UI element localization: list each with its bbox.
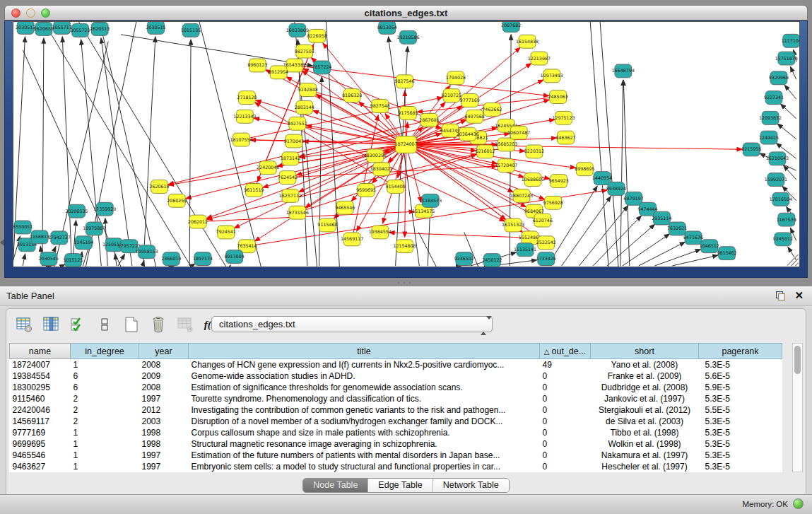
graph-node[interactable]: 18807243 (510, 189, 533, 202)
graph-node[interactable]: 9246502 (454, 252, 474, 266)
graph-node[interactable]: 17016504 (770, 192, 792, 206)
graph-node[interactable]: 9699695 (356, 184, 376, 197)
table-row[interactable]: 969969511998Structural magnetic resonanc… (10, 438, 782, 450)
graph-node[interactable]: 9175685 (398, 106, 418, 119)
graph-node[interactable]: 12213343 (233, 110, 256, 123)
table-row[interactable]: 1938455462009Genome-wide association stu… (10, 370, 782, 382)
graph-node[interactable]: 2620513 (90, 22, 110, 35)
graph-node[interactable]: 8938924 (606, 182, 626, 196)
graph-node[interactable]: 15751874 (775, 52, 798, 65)
graph-node[interactable]: 1873142 (281, 152, 300, 165)
graph-node[interactable]: 9463627 (555, 131, 575, 144)
graph-node[interactable]: 2087682 (501, 22, 521, 32)
graph-node[interactable]: 8471676 (683, 231, 703, 245)
float-window-icon[interactable] (776, 291, 785, 300)
graph-node[interactable]: 12154808 (393, 240, 416, 253)
graph-node[interactable]: 15685203 (495, 138, 517, 151)
graph-node[interactable]: 9245012 (773, 233, 793, 246)
close-icon[interactable]: ✕ (794, 289, 804, 302)
table-settings-icon[interactable] (15, 315, 33, 334)
graph-node[interactable]: 9827546 (394, 75, 414, 88)
graph-node[interactable]: 1145194 (73, 236, 93, 250)
graph-node[interactable]: 15135141 (514, 243, 536, 257)
graph-node[interactable]: 8813054 (377, 22, 397, 34)
row-height-icon[interactable] (95, 315, 114, 334)
graph-node[interactable]: 10607487 (507, 126, 530, 139)
table-selector-dropdown[interactable]: citations_edges.txt (211, 316, 493, 332)
table-scrollbar[interactable] (792, 343, 803, 472)
graph-node[interactable]: 9827548 (370, 100, 390, 113)
scrollbar-thumb[interactable] (794, 346, 801, 374)
column-header-title[interactable]: title (189, 344, 540, 359)
network-canvas[interactable]: 1872400782260589827503165433828960123891… (13, 21, 800, 267)
graph-node[interactable]: 9777169 (460, 94, 480, 107)
delete-table-icon[interactable] (149, 315, 167, 334)
graph-node[interactable]: 2803144 (295, 101, 314, 115)
graph-node[interactable]: 8215958 (741, 143, 761, 156)
column-header-pagerank[interactable]: pagerank (699, 344, 782, 359)
graph-node[interactable]: 16257112 (279, 189, 302, 202)
graph-node[interactable]: 19384554 (369, 226, 392, 239)
graph-node[interactable]: 6216012 (475, 145, 495, 158)
graph-node[interactable]: 2867608 (419, 113, 439, 127)
window-titlebar[interactable]: citations_edges.txt (4, 5, 808, 21)
graph-node[interactable]: 19218586 (396, 30, 419, 44)
graph-node[interactable]: 1733426 (536, 252, 556, 266)
graph-node[interactable]: 9611519 (244, 184, 264, 197)
graph-node[interactable]: 12213987 (528, 52, 551, 65)
graph-node[interactable]: 2450122 (482, 254, 502, 267)
graph-node[interactable]: 1897174 (193, 252, 213, 266)
graph-node[interactable]: 7632621 (667, 222, 687, 235)
graph-node[interactable]: 9756928 (543, 196, 563, 209)
citation-network-graph[interactable]: 1872400782260589827503165433828960123891… (13, 22, 799, 267)
graph-node[interactable]: 12975123 (552, 111, 575, 124)
graph-node[interactable]: 9827503 (295, 45, 314, 58)
graph-node[interactable]: 8186328 (342, 89, 362, 103)
graph-node[interactable]: 1794028 (446, 71, 466, 85)
graph-node[interactable]: 8917004 (225, 250, 245, 264)
graph-node[interactable]: 17942737 (48, 231, 71, 245)
table-row[interactable]: 1872400712008Changes of HCN gene express… (10, 359, 782, 370)
graph-node[interactable]: 16210643 (766, 152, 789, 165)
graph-node[interactable]: 1244415 (759, 131, 779, 144)
graph-node[interactable]: 18731546 (286, 206, 309, 219)
graph-node[interactable]: 8550051 (13, 221, 33, 234)
graph-node[interactable]: 6497568 (465, 110, 485, 123)
table-row[interactable]: 911546021997Tourette syndrome. Phenomeno… (10, 393, 782, 404)
column-header-out_de[interactable]: △out_de... (540, 344, 591, 359)
graph-node[interactable]: 9115460 (317, 218, 337, 232)
collapsed-sidebar-arrow[interactable] (0, 239, 4, 246)
graph-node[interactable]: 9227341 (764, 91, 784, 105)
graph-node[interactable]: 15184573 (419, 194, 442, 207)
graph-node[interactable]: 2935114 (652, 211, 671, 225)
table-row[interactable]: 1456911722003Disruption of a novel membe… (10, 416, 782, 427)
graph-node[interactable]: 7857224 (312, 61, 331, 74)
graph-node[interactable]: 9210723 (442, 89, 461, 103)
graph-node[interactable]: 7624542 (278, 171, 298, 185)
graph-node[interactable]: 18304021 (370, 163, 393, 176)
graph-node[interactable]: 3055723 (70, 23, 90, 37)
graph-node[interactable]: 16151323 (502, 218, 524, 232)
graph-node[interactable]: 7485063 (548, 90, 568, 104)
graph-node[interactable]: 16154838 (516, 35, 539, 48)
graph-node[interactable]: 16648794 (612, 64, 635, 78)
graph-node[interactable]: 1167531 (777, 213, 796, 226)
graph-node[interactable]: 2030545 (39, 252, 59, 266)
graph-node[interactable]: 1117104 (782, 34, 799, 47)
graph-node[interactable]: 8998695 (575, 163, 594, 176)
column-header-year[interactable]: year (139, 344, 189, 359)
graph-node[interactable]: 7924541 (216, 226, 236, 239)
graph-node[interactable]: 9465546 (335, 201, 355, 214)
graph-node[interactable]: 2620619 (149, 180, 169, 194)
graph-node[interactable]: 8220312 (524, 145, 544, 158)
graph-node[interactable]: 18300295 (364, 149, 387, 163)
graph-node[interactable]: 5015125 (63, 254, 83, 267)
graph-node[interactable]: 2718120 (237, 91, 257, 105)
graph-node[interactable]: 6120746 (533, 214, 553, 227)
graph-node[interactable]: 22420046 (257, 161, 279, 175)
graph-node[interactable]: 12093832 (759, 111, 782, 124)
graph-node[interactable]: 9329968 (769, 71, 789, 85)
graph-node[interactable]: 2030513 (16, 22, 35, 34)
graph-node[interactable]: 20364436 (457, 127, 479, 141)
column-header-name[interactable]: name (10, 344, 71, 359)
